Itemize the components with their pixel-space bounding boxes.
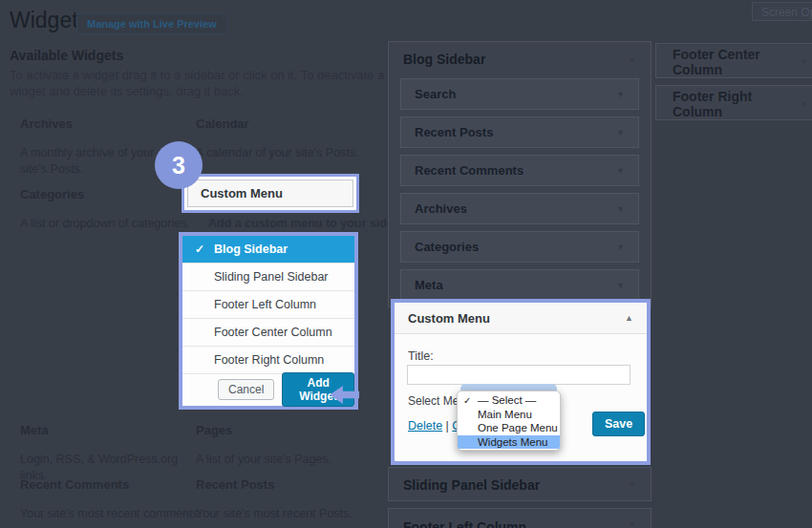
footer-center-column-panel: Footer Center Column ▼ (655, 43, 812, 78)
sliding-panel-sidebar-header[interactable]: Sliding Panel Sidebar ▼ (389, 468, 651, 501)
widgets-admin-page: Widgets Manage with Live Preview Screen … (0, 0, 812, 528)
widget-card-recent-posts-description: Your site's most recent Posts. (196, 506, 382, 522)
footer-left-column-header[interactable]: Footer Left Column ▼ (389, 509, 651, 528)
chooser-option-blog-sidebar[interactable]: ✓ Blog Sidebar (182, 236, 354, 264)
screen-options-tab[interactable]: Screen Options (752, 2, 812, 21)
custom-menu-panel-header[interactable]: Custom Menu ▲ (395, 303, 647, 334)
title-field-label: Title: (408, 349, 434, 363)
widget-row-title: Categories (415, 240, 479, 254)
expand-icon[interactable]: ▼ (616, 281, 625, 290)
widget-row-title: Archives (415, 201, 467, 216)
chooser-option-footer-center-column[interactable]: Footer Center Column (182, 319, 354, 347)
widget-row-search[interactable]: Search ▼ (400, 78, 639, 110)
dropdown-option-select[interactable]: ✓ — Select — (458, 393, 560, 408)
collapse-icon[interactable]: ▲ (628, 54, 636, 64)
sliding-panel-sidebar-title: Sliding Panel Sidebar (403, 477, 540, 493)
chooser-option-label: Footer Right Column (214, 353, 324, 367)
widget-card-recent-comments-description: Your site's most recent comments. (20, 506, 206, 522)
widget-row-title: Recent Posts (415, 125, 493, 139)
chooser-option-label: Footer Center Column (214, 326, 332, 339)
widget-row-archives[interactable]: Archives ▼ (400, 193, 639, 224)
widget-card-pages-description: A list of your site's Pages. (196, 452, 373, 468)
widget-row-title: Recent Comments (415, 163, 524, 178)
widget-card-custom-menu[interactable]: Custom Menu (182, 174, 359, 213)
expand-icon[interactable]: ▼ (616, 128, 625, 137)
chooser-option-sliding-panel-sidebar[interactable]: Sliding Panel Sidebar (182, 264, 354, 291)
check-icon: ✓ (463, 395, 478, 406)
collapse-icon[interactable]: ▲ (625, 313, 633, 323)
widget-card-recent-posts[interactable]: Recent Posts (196, 477, 274, 492)
widget-row-categories[interactable]: Categories ▼ (400, 231, 639, 263)
available-widgets-heading: Available Widgets (10, 48, 123, 63)
chooser-actions: Cancel Add Widget (182, 374, 354, 405)
footer-left-column-panel: Footer Left Column ▼ (388, 508, 652, 528)
expand-icon[interactable]: ▼ (616, 204, 625, 214)
select-menu-dropdown: ✓ — Select — Main Menu One Page Menu Wid… (457, 391, 561, 451)
widget-card-recent-comments[interactable]: Recent Comments (20, 477, 129, 492)
widget-card-custom-menu-description: Add a custom menu to your sidebar. (208, 217, 415, 230)
widget-row-recent-posts[interactable]: Recent Posts ▼ (400, 116, 639, 148)
blog-sidebar-panel-title: Blog Sidebar (403, 52, 485, 67)
blog-sidebar-panel: Blog Sidebar ▲ Search ▼ Recent Posts ▼ R… (388, 41, 652, 307)
footer-right-column-header[interactable]: Footer Right Column ▼ (656, 86, 812, 121)
footer-right-column-panel: Footer Right Column ▼ (655, 85, 812, 120)
manage-live-preview-button[interactable]: Manage with Live Preview (76, 13, 227, 34)
widget-card-categories[interactable]: Categories (20, 187, 84, 201)
link-separator: | (442, 419, 452, 433)
widget-card-categories-description: A list or dropdown of categories. (20, 216, 192, 232)
check-icon: ✓ (195, 243, 214, 256)
delete-link[interactable]: Delete (408, 419, 442, 433)
sidebar-chooser: ✓ Blog Sidebar Sliding Panel Sidebar Foo… (179, 232, 358, 410)
expand-icon[interactable]: ▼ (628, 480, 636, 490)
expand-icon[interactable]: ▼ (616, 166, 625, 176)
widget-card-archives[interactable]: Archives (20, 116, 73, 131)
expand-icon[interactable]: ▼ (616, 243, 625, 252)
widget-card-calendar[interactable]: Calendar (196, 116, 249, 131)
dropdown-option-one-page-menu[interactable]: One Page Menu (458, 421, 560, 435)
chooser-option-footer-left-column[interactable]: Footer Left Column (182, 291, 354, 319)
widget-card-pages[interactable]: Pages (196, 423, 232, 437)
footer-center-column-title: Footer Center Column (673, 47, 800, 77)
widget-row-meta[interactable]: Meta ▼ (400, 269, 639, 301)
custom-menu-panel-title: Custom Menu (408, 311, 490, 326)
expand-icon[interactable]: ▼ (800, 57, 808, 67)
title-input[interactable] (407, 365, 630, 385)
widget-card-meta[interactable]: Meta (20, 423, 49, 437)
dropdown-option-label: Main Menu (478, 409, 532, 420)
step-3-badge: 3 (155, 141, 203, 189)
chooser-option-label: Footer Left Column (214, 298, 316, 311)
widget-row-recent-comments[interactable]: Recent Comments ▼ (400, 155, 639, 186)
dropdown-option-label: — Select — (478, 394, 536, 406)
widget-card-archives-description: A monthly archive of your site's Posts. (20, 145, 173, 178)
expand-icon[interactable]: ▼ (800, 99, 808, 109)
dropdown-option-label: One Page Menu (478, 422, 558, 433)
chooser-option-label: Sliding Panel Sidebar (214, 270, 329, 284)
widget-row-title: Search (415, 87, 456, 101)
dropdown-option-label: Widgets Menu (478, 436, 548, 448)
chooser-option-footer-right-column[interactable]: Footer Right Column (182, 347, 354, 374)
footer-left-column-title: Footer Left Column (403, 519, 526, 528)
widget-card-calendar-description: A calendar of your site's Posts. (196, 145, 368, 161)
widget-card-custom-menu-title: Custom Menu (187, 180, 353, 207)
blog-sidebar-panel-header[interactable]: Blog Sidebar ▲ (389, 42, 651, 75)
expand-icon[interactable]: ▼ (628, 519, 636, 528)
available-widgets-description: To activate a widget drag it to a sideba… (10, 67, 390, 99)
dropdown-option-main-menu[interactable]: Main Menu (458, 408, 560, 422)
footer-center-column-header[interactable]: Footer Center Column ▼ (656, 44, 812, 79)
chooser-option-label: Blog Sidebar (214, 243, 288, 256)
footer-right-column-title: Footer Right Column (673, 89, 800, 119)
expand-icon[interactable]: ▼ (616, 90, 625, 99)
step-number: 3 (172, 152, 185, 180)
cancel-button[interactable]: Cancel (218, 379, 274, 400)
dropdown-option-widgets-menu[interactable]: Widgets Menu (458, 435, 560, 450)
add-widget-button[interactable]: Add Widget (282, 372, 354, 407)
sliding-panel-sidebar-panel: Sliding Panel Sidebar ▼ (388, 467, 652, 501)
widget-row-title: Meta (415, 278, 443, 292)
save-button[interactable]: Save (592, 412, 645, 436)
